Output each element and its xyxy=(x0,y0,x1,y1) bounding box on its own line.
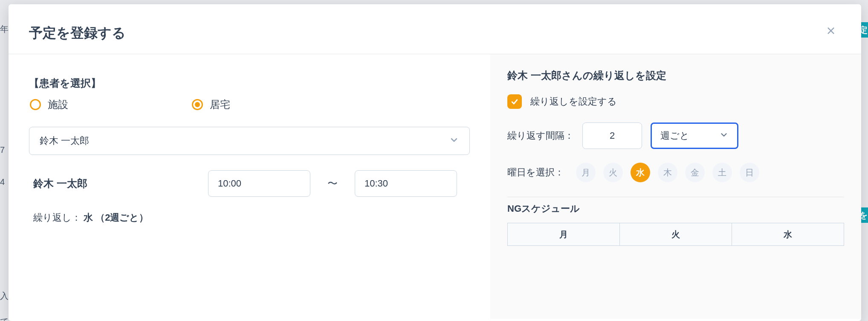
bg-char: 入 xyxy=(0,290,9,302)
radio-home[interactable]: 居宅 xyxy=(192,98,230,111)
chevron-down-icon xyxy=(719,130,729,141)
day-select-label: 曜日を選択： xyxy=(507,166,564,179)
day-thu[interactable]: 木 xyxy=(658,163,677,182)
day-tue[interactable]: 火 xyxy=(603,163,623,182)
day-sun[interactable]: 日 xyxy=(740,163,759,182)
close-icon xyxy=(826,26,836,35)
ng-schedule-title: NGスケジュール xyxy=(507,202,844,215)
bg-char: 4 xyxy=(0,177,5,187)
register-schedule-modal: 予定を登録する 【患者を選択】 施設 居宅 xyxy=(9,4,861,321)
check-icon xyxy=(510,97,519,106)
patient-select[interactable]: 鈴木 一太郎 xyxy=(29,127,470,155)
end-time-input[interactable]: 10:30 xyxy=(355,170,457,197)
bg-char: 7 xyxy=(0,145,5,155)
patient-select-label: 【患者を選択】 xyxy=(29,76,470,90)
ng-schedule-table: 月 火 水 xyxy=(507,223,844,246)
recurrence-title: 鈴木 一太郎さんの繰り返しを設定 xyxy=(507,69,844,82)
day-wed[interactable]: 水 xyxy=(631,163,650,182)
recurrence-checkbox[interactable] xyxy=(507,94,522,109)
interval-input[interactable] xyxy=(582,123,642,149)
interval-label: 繰り返す間隔： xyxy=(507,129,574,142)
interval-unit-select[interactable]: 週ごと xyxy=(651,123,738,149)
radio-icon xyxy=(30,99,41,110)
radio-label: 居宅 xyxy=(210,98,230,111)
bg-char: て xyxy=(0,316,9,321)
interval-unit-value: 週ごと xyxy=(660,129,689,142)
close-button[interactable] xyxy=(825,24,837,39)
recurrence-checkbox-label: 繰り返しを設定する xyxy=(530,95,617,108)
chevron-down-icon xyxy=(449,135,459,147)
ng-header-tue: 火 xyxy=(620,223,732,245)
repeat-summary: 繰り返し： 水 （2週ごと） xyxy=(29,211,470,224)
ng-header-mon: 月 xyxy=(508,223,620,245)
day-sat[interactable]: 土 xyxy=(712,163,732,182)
bg-char: 年 xyxy=(0,23,9,35)
patient-select-value: 鈴木 一太郎 xyxy=(40,134,89,147)
divider xyxy=(507,197,844,197)
day-fri[interactable]: 金 xyxy=(685,163,705,182)
modal-title: 予定を登録する xyxy=(29,24,126,43)
time-separator: 〜 xyxy=(327,177,338,190)
ng-header-wed: 水 xyxy=(732,223,844,245)
radio-icon xyxy=(192,99,203,110)
start-time-input[interactable]: 10:00 xyxy=(208,170,310,197)
radio-facility[interactable]: 施設 xyxy=(30,98,68,111)
day-mon[interactable]: 月 xyxy=(576,163,596,182)
patient-name: 鈴木 一太郎 xyxy=(33,177,191,190)
radio-label: 施設 xyxy=(48,98,68,111)
